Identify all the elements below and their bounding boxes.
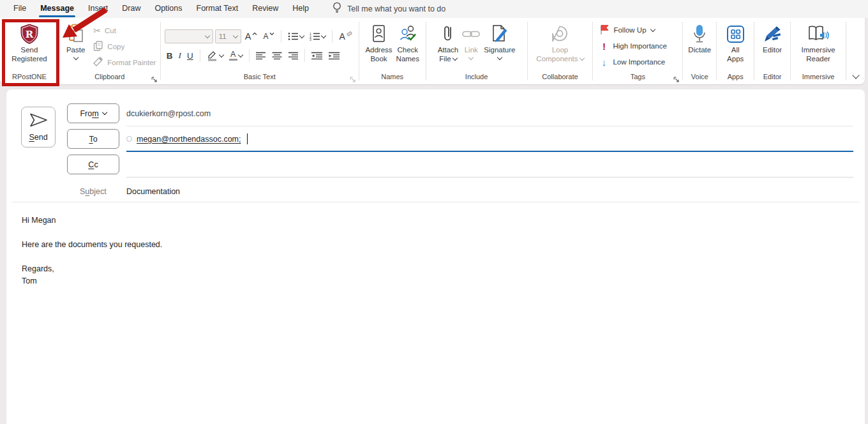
shrink-font-button[interactable]: A [261, 31, 276, 42]
immersive-reader-button[interactable]: Immersive Reader [800, 21, 837, 64]
loop-components-button: Loop Components [534, 21, 585, 64]
clear-formatting-button[interactable]: A [337, 30, 354, 43]
from-dropdown-icon [101, 110, 107, 115]
group-include: Attach File Link [426, 18, 527, 84]
from-label: From [80, 109, 98, 118]
low-importance-icon: ↓ [599, 57, 608, 68]
link-label: Link [465, 45, 478, 54]
body-line: Hi Megan [22, 215, 839, 227]
group-collaborate: Loop Components Collaborate [528, 18, 593, 84]
text-cursor [247, 133, 248, 144]
menu-bar: File Message Insert Draw Options Format … [0, 0, 868, 18]
high-importance-label: High Importance [613, 42, 666, 50]
group-label-basic-text: Basic Text [161, 71, 359, 84]
send-button[interactable]: Send [21, 107, 56, 148]
align-center-button[interactable] [270, 50, 284, 61]
attach-file-button[interactable]: Attach File [436, 21, 461, 64]
tab-draw[interactable]: Draw [115, 0, 147, 18]
to-field[interactable]: megan@northendassoc.com; [126, 129, 248, 149]
group-label-names: Names [359, 71, 426, 84]
address-book-button[interactable]: Address Book [363, 21, 394, 64]
cc-button[interactable]: Cc [67, 155, 119, 174]
tell-me-label: Tell me what you want to do [347, 4, 445, 13]
signature-label: Signature [484, 45, 515, 54]
align-right-button[interactable] [286, 50, 300, 61]
decrease-indent-button[interactable] [310, 50, 325, 61]
chevron-down-icon [852, 72, 859, 79]
svg-text:3: 3 [310, 38, 311, 41]
tab-format-text[interactable]: Format Text [190, 0, 246, 18]
group-voice: Dictate Voice [683, 18, 716, 84]
all-apps-label-line2: Apps [727, 54, 744, 63]
tell-me-box[interactable]: Tell me what you want to do [333, 2, 445, 16]
numbering-button[interactable]: 123 [308, 31, 327, 42]
subject-label: Subject [80, 180, 107, 203]
subject-value[interactable]: Documentation [126, 180, 180, 203]
font-size-value: 11 [219, 33, 227, 40]
from-button[interactable]: From [67, 103, 119, 123]
all-apps-label-line1: All [731, 45, 740, 54]
annotation-arrow [56, 5, 112, 42]
group-label-immersive: Immersive [791, 71, 846, 84]
flag-icon [599, 24, 609, 36]
signature-button[interactable]: Signature [482, 21, 517, 61]
presence-icon [126, 136, 132, 142]
check-names-label-line1: Check [397, 45, 418, 54]
link-button: Link [460, 21, 482, 61]
dictate-button[interactable]: Dictate [686, 21, 713, 56]
address-book-label-line1: Address [365, 45, 392, 54]
tags-dialog-launcher-icon[interactable] [673, 75, 680, 81]
format-painter-label: Format Painter [107, 59, 156, 66]
address-book-label-line2: Book [370, 54, 387, 63]
tab-help[interactable]: Help [285, 0, 316, 18]
low-importance-button[interactable]: ↓ Low Importance [599, 54, 665, 70]
grow-font-button[interactable]: A [243, 30, 260, 43]
body-line: Tom [22, 275, 839, 287]
basic-text-dialog-launcher-icon [350, 75, 356, 81]
collapse-ribbon-button[interactable] [846, 18, 865, 84]
font-color-button[interactable]: A [227, 49, 244, 63]
increase-indent-button[interactable] [327, 50, 342, 61]
underline-button[interactable]: U [185, 50, 195, 62]
clipboard-dialog-launcher-icon[interactable] [151, 75, 158, 81]
follow-up-button[interactable]: Follow Up [599, 22, 654, 38]
to-button[interactable]: To [67, 129, 119, 149]
tab-options[interactable]: Options [147, 0, 189, 18]
send-label: Send [29, 133, 47, 142]
group-immersive: Immersive Reader Immersive [791, 18, 846, 84]
group-label-apps: Apps [717, 71, 754, 84]
attach-file-label-line1: Attach [438, 45, 459, 54]
link-icon [462, 22, 480, 45]
copy-label: Copy [107, 43, 124, 50]
microphone-icon [692, 22, 707, 45]
immersive-reader-icon [807, 22, 829, 45]
high-importance-button[interactable]: ! High Importance [599, 38, 666, 54]
group-label-voice: Voice [683, 71, 716, 84]
highlight-color-button[interactable] [205, 49, 225, 63]
to-recipient[interactable]: megan@northendassoc.com; [137, 135, 241, 144]
tab-file[interactable]: File [6, 0, 33, 18]
format-painter-button: Format Painter [91, 54, 158, 70]
high-importance-icon: ! [599, 41, 608, 52]
address-book-icon [370, 22, 387, 45]
all-apps-button[interactable]: All Apps [724, 21, 747, 64]
group-basic-text: 11 A A 123 [161, 18, 359, 84]
group-tags: Follow Up ! High Importance ↓ Low Import… [593, 18, 682, 84]
tab-review[interactable]: Review [245, 0, 285, 18]
group-label-editor: Editor [754, 71, 790, 84]
message-body[interactable]: Hi Megan Here are the documents you requ… [22, 215, 839, 287]
editor-button[interactable]: Editor [761, 21, 784, 56]
italic-button[interactable]: I [177, 49, 184, 62]
signature-icon [491, 22, 509, 45]
body-line: Here are the documents you requested. [22, 239, 839, 251]
check-names-button[interactable]: Check Names [394, 21, 421, 64]
bold-button[interactable]: B [165, 50, 175, 62]
compose-area: Send From dcukierkorn@rpost.com To megan… [6, 89, 865, 424]
align-left-button[interactable] [254, 50, 268, 61]
bullets-button[interactable] [286, 31, 306, 42]
loop-components-label-line2: Components [536, 54, 578, 63]
paste-dropdown-icon [73, 55, 78, 60]
group-label-collaborate: Collaborate [528, 71, 593, 84]
editor-label: Editor [763, 45, 782, 54]
copy-icon [93, 41, 103, 52]
